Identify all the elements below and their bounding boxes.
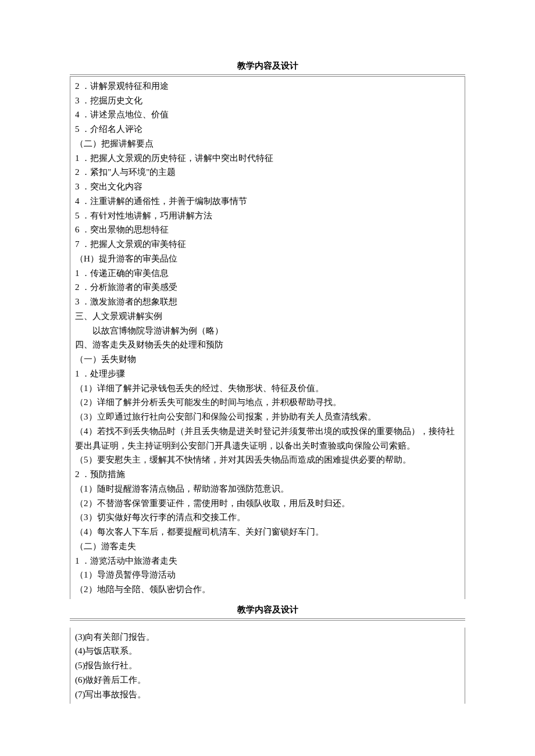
text-line: 6 ．突出景物的思想特征	[75, 223, 460, 237]
content-box-1: 2 ．讲解景观特征和用途3 ．挖掘历史文化4 ．讲述景点地位、价值5 ．介绍名人…	[70, 77, 465, 599]
text-line: (5)报告旅行社。	[75, 658, 460, 673]
text-line: （3）切实做好每次行李的清点和交接工作。	[75, 510, 460, 525]
text-line: 2 ．分析旅游者的审美感受	[75, 280, 460, 295]
text-line: 3 ．挖掘历史文化	[75, 94, 460, 108]
section-title-2: 教学内容及设计	[70, 603, 465, 617]
text-line: （H）提升游客的审美品位	[75, 252, 460, 266]
text-line: 1 ．把握人文景观的历史特征，讲解中突出时代特征	[75, 151, 460, 166]
text-line: 4 ．注重讲解的通俗性，并善于编制故事情节	[75, 194, 460, 209]
text-line: (6)做好善后工作。	[75, 673, 460, 687]
text-line: 2 ．讲解景观特征和用途	[75, 79, 460, 94]
text-line: （一）丢失财物	[75, 352, 460, 367]
text-line: 5 ．有针对性地讲解，巧用讲解方法	[75, 209, 460, 223]
text-line: （2）地陪与全陪、领队密切合作。	[75, 582, 460, 597]
text-line: （2）详细了解并分析丢失可能发生的时间与地点，并积极帮助寻找。	[75, 395, 460, 410]
text-line: （1）详细了解并记录钱包丢失的经过、失物形状、特征及价值。	[75, 381, 460, 396]
text-line: （1）导游员暂停导游活动	[75, 568, 460, 582]
text-line: （5）要安慰失主，缓解其不快情绪，并对其因丢失物品而造成的困难提供必要的帮助。	[75, 453, 460, 467]
text-line: 1 ．游览活动中旅游者走失	[75, 554, 460, 568]
text-line: （2）不替游客保管重要证件，需使用时，由领队收取，用后及时归还。	[75, 496, 460, 511]
text-line: 1 ．传递正确的审美信息	[75, 266, 460, 281]
page: 教学内容及设计 2 ．讲解景观特征和用途3 ．挖掘历史文化4 ．讲述景点地位、价…	[0, 0, 535, 727]
text-line: （二）把握讲解要点	[75, 137, 460, 151]
text-line: (4)与饭店联系。	[75, 644, 460, 658]
text-line: （4）若找不到丢失物品时（并且丢失物是进关时登记并须复带出境的或投保的重要物品）…	[75, 424, 460, 453]
text-line: (7)写出事故报告。	[75, 687, 460, 702]
text-line: 4 ．讲述景点地位、价值	[75, 108, 460, 122]
text-line: （3）立即通过旅行社向公安部门和保险公司报案，并协助有关人员查清线索。	[75, 410, 460, 424]
text-line: 5 ．介绍名人评论	[75, 122, 460, 137]
content-box-2: (3)向有关部门报告。(4)与饭店联系。(5)报告旅行社。(6)做好善后工作。(…	[70, 628, 465, 704]
text-line: （1）随时提醒游客清点物品，帮助游客加强防范意识。	[75, 482, 460, 496]
text-line: （4）每次客人下车后，都要提醒司机清车、关好门窗锁好车门。	[75, 525, 460, 539]
text-line: 2 ．紧扣"人与环境"的主题	[75, 165, 460, 180]
text-line: 以故宫博物院导游讲解为例（略）	[75, 324, 460, 338]
text-line: 3 ．激发旅游者的想象联想	[75, 295, 460, 309]
text-line: 2 ．预防措施	[75, 467, 460, 482]
spacer	[70, 621, 465, 628]
section-title-1: 教学内容及设计	[70, 59, 465, 73]
text-line: 三、人文景观讲解实例	[75, 309, 460, 324]
text-line: 7 ．把握人文景观的审美特征	[75, 237, 460, 252]
text-line: 3 ．突出文化内容	[75, 180, 460, 194]
text-line: 四、游客走失及财物丢失的处理和预防	[75, 338, 460, 352]
text-line: (3)向有关部门报告。	[75, 630, 460, 644]
text-line: （二）游客走失	[75, 539, 460, 554]
text-line: 1 ．处理步骤	[75, 367, 460, 381]
